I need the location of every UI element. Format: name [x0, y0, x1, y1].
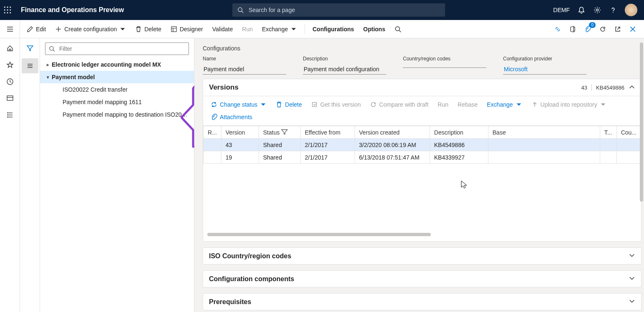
link-icon[interactable] [553, 25, 562, 34]
cell-t[interactable] [600, 151, 616, 164]
exchange-button[interactable]: Exchange [258, 20, 301, 38]
versions-grid-wrap[interactable]: R... Version Status Effective from Versi… [203, 126, 641, 230]
col-version[interactable]: Version [221, 126, 259, 139]
expand-icon[interactable]: ▸ [44, 62, 52, 67]
field-value-description[interactable]: Payment model configuration [303, 64, 386, 75]
popout-icon[interactable] [613, 25, 622, 34]
rail-favorites-icon[interactable] [2, 57, 18, 72]
global-search[interactable] [232, 3, 445, 17]
global-search-input[interactable] [248, 6, 440, 14]
vertical-scrollbar[interactable] [640, 42, 643, 308]
cell-created[interactable]: 3/2/2020 08:06:19 AM [355, 139, 430, 151]
attachments-badge: 0 [589, 22, 596, 28]
col-base[interactable]: Base [488, 126, 600, 139]
rail-recent-icon[interactable] [2, 74, 18, 89]
cell-created[interactable]: 6/13/2018 07:51:47 AM [355, 151, 430, 164]
version-exchange-button[interactable]: Exchange [483, 100, 525, 110]
cell-description[interactable]: KB4339927 [430, 151, 488, 164]
col-rowmark[interactable]: R... [204, 126, 221, 139]
cell-version[interactable]: 43 [221, 139, 259, 151]
rail-modules-icon[interactable] [2, 107, 18, 122]
tree-filter-box[interactable] [45, 42, 189, 55]
iso-header[interactable]: ISO Country/region codes [203, 248, 641, 264]
options-tab[interactable]: Options [359, 20, 390, 38]
tree-node[interactable]: ▾Payment model [40, 71, 194, 83]
find-button[interactable] [390, 20, 405, 38]
cell-status[interactable]: Shared [259, 139, 300, 151]
expand-icon[interactable]: ▾ [44, 75, 52, 80]
validate-button[interactable]: Validate [208, 20, 237, 38]
designer-button[interactable]: Designer [166, 20, 207, 38]
col-t[interactable]: T... [600, 126, 616, 139]
col-created[interactable]: Version created [355, 126, 430, 139]
funnel-icon[interactable] [22, 41, 38, 56]
chevron-down-icon [629, 275, 635, 283]
cell-rowmark[interactable] [204, 139, 221, 151]
tree-panel: ▸Electronic ledger accounting model MX▾P… [40, 38, 194, 312]
field-label-region: Country/region codes [403, 56, 486, 62]
attachments-icon[interactable]: 0 [583, 25, 592, 34]
field-value-region[interactable] [403, 64, 486, 68]
create-configuration-button[interactable]: Create configuration [51, 20, 130, 38]
user-avatar[interactable] [625, 4, 637, 16]
close-icon[interactable] [628, 25, 637, 34]
horizontal-scrollbar[interactable] [207, 233, 637, 237]
svg-point-0 [4, 7, 5, 8]
change-status-button[interactable]: Change status [207, 100, 270, 110]
cell-cou[interactable] [616, 139, 641, 151]
tree-filter-input[interactable] [58, 45, 185, 52]
col-cou[interactable]: Cou... [616, 126, 641, 139]
refresh-icon[interactable] [598, 25, 607, 34]
col-effective[interactable]: Effective from [300, 126, 355, 139]
gear-icon[interactable] [593, 6, 601, 14]
cell-t[interactable] [600, 139, 616, 151]
hamburger-icon[interactable] [0, 20, 20, 38]
svg-rect-36 [312, 102, 317, 107]
tree-node[interactable]: ▸Electronic ledger accounting model MX [40, 58, 194, 71]
list-view-icon[interactable] [22, 58, 38, 73]
versions-title: Versions [209, 83, 239, 92]
cell-rowmark[interactable] [204, 151, 221, 164]
rail-home-icon[interactable] [2, 41, 18, 56]
scrollbar-thumb[interactable] [640, 42, 643, 202]
field-value-provider[interactable]: Microsoft [503, 64, 586, 75]
col-status[interactable]: Status [259, 126, 300, 139]
prereq-header[interactable]: Prerequisites [203, 294, 641, 310]
cell-cou[interactable] [616, 151, 641, 164]
edit-label: Edit [36, 26, 46, 32]
configurations-tab[interactable]: Configurations [308, 20, 358, 38]
table-row[interactable]: 43Shared2/1/20173/2/2020 08:06:19 AMKB45… [204, 139, 641, 151]
cell-effective[interactable]: 2/1/2017 [300, 151, 355, 164]
cell-base[interactable] [488, 139, 600, 151]
cell-description[interactable]: KB4549886 [430, 139, 488, 151]
col-description[interactable]: Description [430, 126, 488, 139]
tree-node[interactable]: Payment model mapping to destination ISO… [40, 108, 194, 121]
help-icon[interactable] [609, 6, 617, 14]
scrollbar-thumb[interactable] [207, 233, 431, 236]
company-code[interactable]: DEMF [553, 7, 570, 13]
upload-button: Upload into repository [528, 100, 610, 110]
cell-status[interactable]: Shared [259, 151, 300, 164]
field-label-description: Description [303, 56, 386, 62]
waffle-icon[interactable] [3, 6, 12, 14]
attachments-label: Attachments [220, 114, 252, 120]
tree-node[interactable]: Payment model mapping 1611 [40, 96, 194, 108]
collapse-icon[interactable] [629, 84, 635, 92]
components-header[interactable]: Configuration components [203, 271, 641, 287]
version-delete-button[interactable]: Delete [272, 100, 305, 110]
delete-button[interactable]: Delete [131, 20, 165, 38]
rail-workspaces-icon[interactable] [2, 91, 18, 106]
office-icon[interactable] [568, 25, 577, 34]
bell-icon[interactable] [577, 6, 586, 14]
svg-rect-18 [171, 27, 176, 32]
field-value-name[interactable]: Payment model [203, 64, 286, 75]
edit-button[interactable]: Edit [23, 20, 50, 38]
cell-base[interactable] [488, 151, 600, 164]
cell-effective[interactable]: 2/1/2017 [300, 139, 355, 151]
tree-node[interactable]: ISO20022 Credit transfer [40, 83, 194, 96]
attachments-button[interactable]: Attachments [207, 112, 256, 122]
cell-version[interactable]: 19 [221, 151, 259, 164]
svg-point-8 [10, 12, 11, 13]
table-row[interactable]: 19Shared2/1/20176/13/2018 07:51:47 AMKB4… [204, 151, 641, 164]
paperclip-icon [211, 114, 217, 120]
